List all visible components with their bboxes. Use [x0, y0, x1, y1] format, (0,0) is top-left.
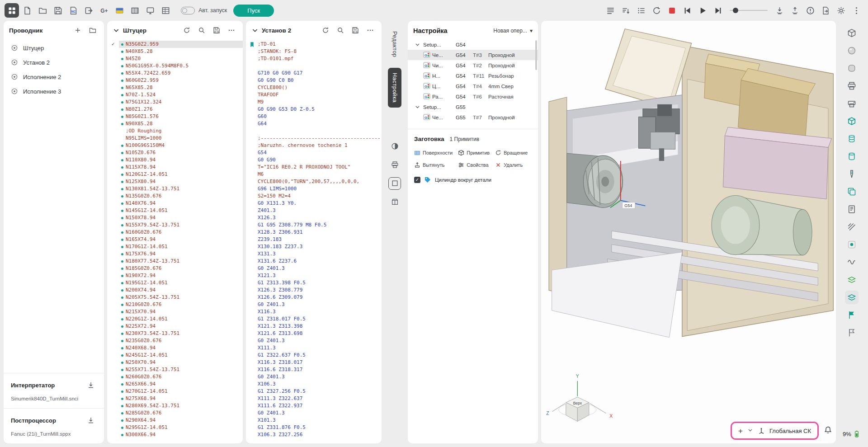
add-item-button[interactable] — [72, 24, 84, 36]
g-plus-button[interactable]: G+ — [97, 3, 111, 18]
more-menu-button[interactable] — [364, 24, 376, 36]
code-line[interactable]: ;STANOK: FS-8 — [246, 48, 382, 55]
square-button[interactable] — [388, 177, 401, 190]
stock-action-delete[interactable]: Удалить — [495, 162, 528, 168]
code-line[interactable]: G1 Z331.876 F0.5 — [246, 424, 382, 431]
journal-button[interactable] — [845, 202, 859, 216]
operation-row[interactable]: GЧе...G54T#3Проходной — [408, 50, 538, 60]
explorer-item[interactable]: Исполнение 3 — [7, 84, 100, 99]
cyl-stack-button[interactable] — [845, 132, 859, 146]
operation-row[interactable]: GРа...G54T#6Расточная — [408, 91, 538, 102]
refresh-button[interactable] — [320, 24, 331, 36]
code-line[interactable]: N60G0Z2.959 — [107, 77, 243, 84]
code-line[interactable]: N160G0Z0.676 — [107, 229, 243, 236]
skip-next-button[interactable] — [711, 3, 725, 18]
code-line[interactable]: T="IC16 RE0.2 R PROXODNOJ TOOL" — [246, 164, 382, 171]
drill-button[interactable] — [845, 167, 859, 181]
code-line[interactable]: ;OD Roughing — [107, 127, 243, 135]
code-line[interactable]: N55X4.724Z2.659 — [107, 70, 243, 77]
code-line[interactable]: N235G0Z0.676 — [107, 337, 243, 344]
code-line[interactable]: CYCLE800() — [246, 84, 382, 91]
skip-prev-button[interactable] — [680, 3, 694, 18]
save-program-button[interactable] — [349, 24, 361, 36]
code-line[interactable]: N165X74.94 — [107, 236, 243, 243]
code-line[interactable]: G54 — [246, 149, 382, 156]
print-button[interactable] — [388, 159, 401, 171]
hatch-button[interactable] — [845, 220, 859, 234]
setup-row[interactable]: Setup...G54 — [408, 39, 538, 50]
copy-button[interactable] — [845, 185, 859, 198]
code-line[interactable]: N275X68.94 — [107, 395, 243, 402]
code-line[interactable]: N225X72.94 — [107, 323, 243, 330]
stock-action-surfaces[interactable]: Поверхности — [414, 150, 453, 156]
code-line[interactable]: ;Naruzhn. chernovoe tochenie 1 — [246, 142, 382, 149]
speed-slider[interactable] — [730, 3, 768, 18]
code-line[interactable]: N80Z1.276 — [107, 106, 243, 113]
code-line[interactable]: N200X74.94 — [107, 287, 243, 294]
checkbox[interactable]: ✓ — [414, 177, 420, 183]
code-line[interactable]: N120G1Z-14.051 — [107, 171, 243, 178]
list-button[interactable] — [634, 3, 648, 18]
cs-selector-label[interactable]: Глобальная СК — [769, 428, 811, 434]
explorer-item[interactable]: Установ 2 — [7, 55, 100, 70]
code-line[interactable]: N140X76.94 — [107, 200, 243, 207]
code-line[interactable]: N125X80.94 — [107, 178, 243, 185]
code-line[interactable]: N85G0Z1.576 — [107, 113, 243, 120]
operation-row[interactable]: GЧе...G55T#7Проходной — [408, 112, 538, 122]
code-line[interactable]: N115X78.94 — [107, 164, 243, 171]
code-line[interactable]: M9 — [246, 99, 382, 106]
code-line[interactable] — [246, 127, 382, 135]
code-line[interactable]: TRAFOOF — [246, 91, 382, 99]
nc-file-button[interactable]: NC — [66, 3, 80, 18]
code-line[interactable]: X101.3 — [246, 417, 382, 424]
code-line[interactable]: N95LIMS=1000 — [107, 135, 243, 142]
code-line[interactable]: N50G1G95X-0.594M8F0.5 — [107, 62, 243, 70]
code-line[interactable]: X106.3 Z327.256 — [246, 431, 382, 438]
operation-row[interactable]: GН...G54T#11Резьбонар — [408, 71, 538, 81]
code-line[interactable]: N230X73.54Z-13.751 — [107, 330, 243, 337]
code-line[interactable]: G0 X131.3 Y0. — [246, 200, 382, 207]
code-line[interactable]: N130X81.54Z-13.751 — [107, 185, 243, 193]
probe-down-button[interactable] — [772, 3, 787, 18]
apps-button[interactable] — [5, 3, 19, 18]
postprocessor-download-button[interactable] — [85, 414, 97, 426]
print-button[interactable] — [845, 79, 859, 93]
code-line[interactable]: N175X76.94 — [107, 250, 243, 258]
code-line[interactable]: G1 Z322.637 F0.5 — [246, 352, 382, 359]
code-line[interactable]: G0 G90 — [246, 156, 382, 164]
code-line[interactable]: S2=150 M2=4 — [246, 193, 382, 200]
code-line[interactable]: X130.183 Z237.3 — [246, 243, 382, 250]
code-line[interactable]: Z401.3 — [246, 207, 382, 214]
new-operation-dropdown[interactable]: Новая опер... ▾ — [493, 28, 533, 34]
code-line[interactable]: X116.3 — [246, 308, 382, 315]
code-line[interactable]: G0 Z401.3 — [246, 301, 382, 308]
code-line[interactable] — [246, 62, 382, 70]
code-line[interactable]: G1 Z327.256 F0.5 — [246, 388, 382, 395]
stock-action-props[interactable]: Свойства — [458, 162, 490, 168]
code-line[interactable]: N110X80.94 — [107, 156, 243, 164]
code-line[interactable]: ✓N35G0Z2.959 — [107, 41, 243, 48]
code-line[interactable]: X121.3 — [246, 272, 382, 279]
code-line[interactable]: X111.3 Z322.637 — [246, 395, 382, 402]
code-line[interactable]: N280X69.54Z-13.751 — [107, 402, 243, 409]
code-line[interactable]: X121.6 Z313.698 — [246, 330, 382, 337]
code-line[interactable]: X131.3 — [246, 250, 382, 258]
warning-button[interactable] — [803, 3, 817, 18]
code-line[interactable]: Z239.183 — [246, 236, 382, 243]
side-tab-inactive[interactable]: Редактор — [388, 26, 401, 62]
code-line[interactable]: X121.3 Z313.398 — [246, 323, 382, 330]
code-line[interactable]: X111.3 — [246, 344, 382, 352]
code-line[interactable]: ;TD-0101.mpf — [246, 55, 382, 62]
code-line[interactable]: G96 LIMS=1000 — [246, 185, 382, 193]
ua-flag-button[interactable] — [112, 3, 127, 18]
code-line[interactable]: N245G1Z-14.051 — [107, 352, 243, 359]
code-line[interactable]: G1 G95 Z308.779 M8 F0.5 — [246, 221, 382, 229]
flag-teal-button[interactable] — [845, 308, 859, 322]
code-line[interactable]: G60 — [246, 113, 382, 120]
stock-action-rotate[interactable]: Вращение — [495, 150, 528, 156]
code-line[interactable]: X116.3 Z318.017 — [246, 359, 382, 366]
wave-button[interactable] — [845, 255, 859, 269]
code-line[interactable]: G64 — [246, 120, 382, 127]
code-line[interactable]: X106.3 — [246, 381, 382, 388]
slider-knob[interactable] — [733, 8, 738, 13]
